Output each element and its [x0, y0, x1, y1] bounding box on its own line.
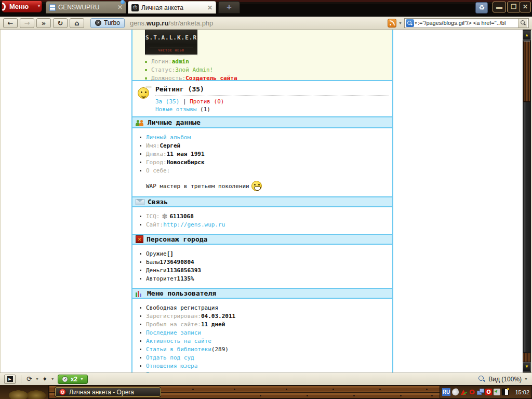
address-bar[interactable]: gens.wup.ru/str/anketa.php — [130, 19, 213, 27]
address-prefix: gens. — [130, 19, 147, 27]
rss-dropdown-icon[interactable]: ▼ — [398, 21, 402, 25]
restore-button[interactable]: ❐ — [507, 2, 521, 12]
tab-close-icon[interactable]: ✕ — [117, 4, 123, 11]
list-item: Днюха: 11 мая 1991 — [140, 151, 389, 157]
zoom-dropdown-icon[interactable]: ▼ — [524, 377, 528, 381]
item-value: 04.03.2011 — [201, 313, 235, 320]
list-item: Деньги 1136856393 — [140, 267, 389, 274]
reload-button[interactable]: ↻ — [53, 18, 68, 28]
status-label: Статус: — [151, 66, 175, 73]
search-go-button[interactable] — [518, 19, 527, 28]
status-row: Статус: Злой Admin! — [145, 66, 392, 73]
tab-bar: Меню ▾ GENSWUPRU ✕ ♔ Личная анкета ✕ + ♻… — [0, 0, 532, 14]
list-item: Отношения юзера — [140, 363, 389, 369]
opera-menu-button[interactable]: Меню ▾ — [2, 1, 42, 12]
start-area[interactable] — [0, 385, 49, 399]
clock[interactable]: 15:02 — [515, 389, 529, 395]
tab-genswupru[interactable]: GENSWUPRU ✕ — [46, 1, 126, 14]
item-label: ICQ: — [146, 213, 160, 220]
new-reviews-link[interactable]: Новые отзывы — [155, 106, 196, 113]
menu-link[interactable]: Активность на сайте — [146, 338, 211, 344]
tray-network-icon[interactable] — [477, 389, 484, 395]
tab-close-icon[interactable]: ✕ — [207, 4, 212, 11]
vertical-scrollbar[interactable]: ▲ ▼ — [523, 30, 531, 373]
menu-link[interactable]: Статьи в библиотеки — [146, 346, 211, 353]
panels-toggle-button[interactable]: ▶ — [4, 375, 16, 384]
site-link[interactable]: http://gens.wup.ru — [163, 221, 225, 228]
closed-tabs-trash-button[interactable]: ♻ — [475, 2, 488, 14]
tray-punto-switcher-icon[interactable] — [460, 389, 467, 395]
menu-link[interactable]: Отношения юзера — [146, 363, 197, 369]
personal-data-list: Личный альбом Имя: Сергей Днюха: 11 мая … — [132, 128, 392, 180]
list-item: ICQ: ✽6113068 — [140, 213, 389, 220]
item-value: 11 дней — [201, 321, 225, 328]
scrollbar-thumb[interactable] — [523, 41, 530, 102]
login-row: Логин: admin — [145, 58, 392, 65]
language-indicator[interactable]: RU — [442, 388, 450, 396]
forward-button[interactable]: → — [20, 18, 34, 28]
search-engine-dropdown-icon[interactable]: ▼ — [414, 21, 418, 25]
about-text: WAP мастер в третьем поколении — [146, 183, 249, 190]
item-value: 1736490804 — [160, 259, 194, 265]
minimize-button[interactable]: ▬ — [493, 2, 506, 12]
navigation-toolbar: ← → » ↻ ⌂ Turbo gens.wup.ru/str/anketa.p… — [0, 17, 532, 30]
envelope-icon — [136, 199, 144, 205]
item-label: Авторитет — [146, 275, 177, 282]
list-item: Последние записи — [140, 329, 389, 336]
new-reviews-count: (1) — [200, 106, 210, 113]
back-button[interactable]: ← — [3, 18, 18, 28]
close-button[interactable]: ✕ — [520, 2, 531, 12]
tray-opera-icon[interactable]: O — [469, 389, 475, 395]
menu-link[interactable]: Последние записи — [146, 329, 201, 336]
tray-opera-red-icon[interactable]: O — [485, 389, 492, 395]
turbo-button[interactable]: Turbo — [90, 18, 125, 28]
scroll-down-button[interactable]: ▼ — [523, 362, 531, 371]
scrollbar-track[interactable] — [524, 102, 530, 352]
scroll-up-button[interactable]: ▲ — [523, 31, 531, 40]
rss-icon[interactable] — [388, 19, 396, 28]
unite-icon[interactable]: ✦ — [42, 375, 48, 383]
item-value: Новосибирск — [167, 159, 205, 166]
unite-dropdown-icon[interactable]: ▼ — [51, 377, 55, 381]
rating-against-link[interactable]: Против (0) — [190, 98, 224, 105]
tab-anketa-active[interactable]: ♔ Личная анкета ✕ — [128, 1, 216, 14]
icq-flower-icon: ✽ — [162, 213, 168, 220]
tray-updater-icon[interactable] — [494, 389, 500, 395]
search-engine-icon[interactable] — [406, 19, 414, 27]
new-tab-button[interactable]: + — [218, 1, 240, 14]
search-input[interactable] — [418, 20, 518, 26]
fast-forward-button[interactable]: » — [36, 18, 51, 28]
section-title: Личные данные — [148, 118, 201, 126]
item-value: 1136856393 — [167, 267, 201, 274]
item-label: Город: — [146, 159, 167, 166]
avatar-image[interactable]: S.T.A.L.K.E.R. ЧИСТОЕ НЕБО — [145, 30, 197, 55]
item-label: Пробыл на сайте: — [146, 321, 201, 328]
opera-logo-icon — [2, 3, 6, 11]
tray-swan-icon[interactable] — [451, 388, 460, 396]
home-button[interactable]: ⌂ — [70, 18, 84, 28]
taskbar-opera-button[interactable]: O Личная анкета - Opera — [55, 387, 161, 397]
item-value: 1135% — [177, 275, 194, 282]
item-label: Днюха: — [146, 151, 167, 157]
list-item: Авторитет 1135% — [140, 275, 389, 282]
contact-list: ICQ: ✽6113068 Сайт: http://gens.wup.ru — [132, 207, 392, 234]
avatar-title: S.T.A.L.K.E.R. — [145, 34, 197, 41]
bar-chart-icon — [136, 290, 144, 297]
divider — [21, 375, 21, 383]
address-path: /str/anketa.php — [168, 19, 213, 27]
sync-icon[interactable]: ⟳ — [26, 375, 32, 383]
turbo-compression-button[interactable]: x2 ▼ — [58, 375, 88, 384]
sync-dropdown-icon[interactable]: ▼ — [35, 377, 39, 381]
menu-link[interactable]: Отдать под суд — [146, 354, 194, 361]
section-header-personal: Личные данные — [132, 117, 392, 128]
zoom-label[interactable]: Вид (100%) — [488, 376, 522, 383]
rating-for-link[interactable]: За (35) — [155, 98, 179, 105]
tray-utility-icon[interactable] — [502, 389, 509, 395]
item-suffix: (289) — [211, 346, 229, 353]
browser-statusbar: ▶ ⟳ ▼ ✦ ▼ x2 ▼ Вид (100%) ▼ — [0, 373, 532, 385]
item-label: Оружие — [146, 250, 167, 257]
profile-content: S.T.A.L.K.E.R. ЧИСТОЕ НЕБО Логин: admin … — [131, 30, 393, 373]
list-item: Свободная регистрация — [140, 304, 389, 311]
list-item: Балы 1736490804 — [140, 259, 389, 265]
album-link[interactable]: Личный альбом — [146, 134, 191, 141]
